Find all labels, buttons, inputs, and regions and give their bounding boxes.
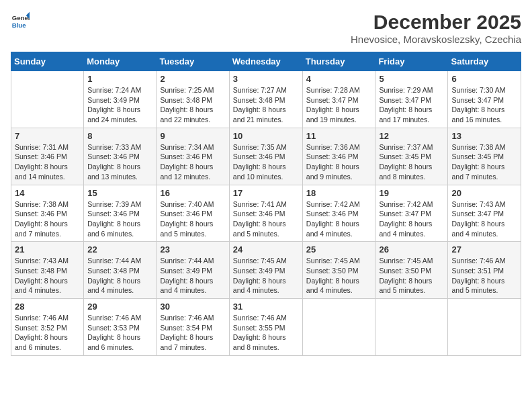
day-number: 9 bbox=[160, 131, 225, 141]
day-number: 14 bbox=[15, 188, 80, 198]
table-row bbox=[448, 299, 521, 356]
day-info: Sunrise: 7:46 AM Sunset: 3:51 PM Dayligh… bbox=[451, 256, 517, 295]
logo: General Blue bbox=[11, 11, 30, 30]
table-row: 19Sunrise: 7:42 AM Sunset: 3:47 PM Dayli… bbox=[375, 185, 448, 242]
day-info: Sunrise: 7:42 AM Sunset: 3:46 PM Dayligh… bbox=[306, 199, 372, 239]
day-info: Sunrise: 7:34 AM Sunset: 3:46 PM Dayligh… bbox=[160, 142, 225, 182]
day-info: Sunrise: 7:45 AM Sunset: 3:50 PM Dayligh… bbox=[306, 256, 372, 295]
day-info: Sunrise: 7:43 AM Sunset: 3:48 PM Dayligh… bbox=[15, 256, 80, 295]
table-row: 20Sunrise: 7:43 AM Sunset: 3:47 PM Dayli… bbox=[448, 185, 521, 242]
calendar-week-row: 21Sunrise: 7:43 AM Sunset: 3:48 PM Dayli… bbox=[11, 242, 521, 299]
day-info: Sunrise: 7:46 AM Sunset: 3:53 PM Dayligh… bbox=[87, 313, 152, 353]
table-row: 3Sunrise: 7:27 AM Sunset: 3:48 PM Daylig… bbox=[229, 71, 302, 128]
day-info: Sunrise: 7:43 AM Sunset: 3:47 PM Dayligh… bbox=[451, 199, 517, 239]
day-info: Sunrise: 7:41 AM Sunset: 3:46 PM Dayligh… bbox=[233, 199, 299, 239]
table-row: 15Sunrise: 7:39 AM Sunset: 3:46 PM Dayli… bbox=[84, 185, 157, 242]
table-row: 24Sunrise: 7:45 AM Sunset: 3:49 PM Dayli… bbox=[229, 242, 302, 299]
month-title: December 2025 bbox=[351, 11, 521, 34]
day-info: Sunrise: 7:37 AM Sunset: 3:45 PM Dayligh… bbox=[379, 142, 444, 182]
day-number: 31 bbox=[233, 302, 299, 312]
table-row: 16Sunrise: 7:40 AM Sunset: 3:46 PM Dayli… bbox=[157, 185, 229, 242]
calendar-week-row: 7Sunrise: 7:31 AM Sunset: 3:46 PM Daylig… bbox=[11, 128, 521, 185]
day-info: Sunrise: 7:45 AM Sunset: 3:49 PM Dayligh… bbox=[233, 256, 299, 295]
day-number: 6 bbox=[451, 74, 517, 84]
day-number: 2 bbox=[160, 74, 225, 84]
day-info: Sunrise: 7:38 AM Sunset: 3:46 PM Dayligh… bbox=[15, 199, 80, 239]
location-title: Hnevosice, Moravskoslezsky, Czechia bbox=[351, 34, 521, 45]
day-number: 26 bbox=[379, 244, 444, 255]
day-number: 5 bbox=[379, 74, 444, 84]
table-row: 22Sunrise: 7:44 AM Sunset: 3:48 PM Dayli… bbox=[84, 242, 157, 299]
day-number: 28 bbox=[15, 302, 80, 312]
day-info: Sunrise: 7:27 AM Sunset: 3:48 PM Dayligh… bbox=[233, 85, 299, 125]
day-info: Sunrise: 7:44 AM Sunset: 3:48 PM Dayligh… bbox=[87, 256, 152, 295]
calendar-table: Sunday Monday Tuesday Wednesday Thursday… bbox=[11, 52, 521, 356]
table-row: 6Sunrise: 7:30 AM Sunset: 3:47 PM Daylig… bbox=[448, 71, 521, 128]
table-row: 26Sunrise: 7:45 AM Sunset: 3:50 PM Dayli… bbox=[375, 242, 448, 299]
day-number: 21 bbox=[15, 244, 80, 255]
day-info: Sunrise: 7:33 AM Sunset: 3:46 PM Dayligh… bbox=[87, 142, 152, 182]
day-number: 19 bbox=[379, 188, 444, 198]
day-number: 7 bbox=[15, 131, 80, 141]
table-row: 17Sunrise: 7:41 AM Sunset: 3:46 PM Dayli… bbox=[229, 185, 302, 242]
day-number: 11 bbox=[306, 131, 372, 141]
day-number: 27 bbox=[451, 244, 517, 255]
col-monday: Monday bbox=[84, 52, 157, 71]
table-row: 31Sunrise: 7:46 AM Sunset: 3:55 PM Dayli… bbox=[229, 299, 302, 356]
day-number: 13 bbox=[451, 131, 517, 141]
day-number: 30 bbox=[160, 302, 225, 312]
svg-text:Blue: Blue bbox=[12, 21, 26, 29]
table-row: 11Sunrise: 7:36 AM Sunset: 3:46 PM Dayli… bbox=[302, 128, 375, 185]
day-info: Sunrise: 7:44 AM Sunset: 3:49 PM Dayligh… bbox=[160, 256, 225, 295]
day-info: Sunrise: 7:35 AM Sunset: 3:46 PM Dayligh… bbox=[233, 142, 299, 182]
day-info: Sunrise: 7:39 AM Sunset: 3:46 PM Dayligh… bbox=[87, 199, 152, 239]
table-row: 7Sunrise: 7:31 AM Sunset: 3:46 PM Daylig… bbox=[11, 128, 84, 185]
day-number: 18 bbox=[306, 188, 372, 198]
day-info: Sunrise: 7:28 AM Sunset: 3:47 PM Dayligh… bbox=[306, 85, 372, 125]
day-info: Sunrise: 7:46 AM Sunset: 3:52 PM Dayligh… bbox=[15, 313, 80, 353]
table-row: 5Sunrise: 7:29 AM Sunset: 3:47 PM Daylig… bbox=[375, 71, 448, 128]
calendar-week-row: 28Sunrise: 7:46 AM Sunset: 3:52 PM Dayli… bbox=[11, 299, 521, 356]
col-thursday: Thursday bbox=[302, 52, 375, 71]
table-row: 1Sunrise: 7:24 AM Sunset: 3:49 PM Daylig… bbox=[84, 71, 157, 128]
calendar-week-row: 1Sunrise: 7:24 AM Sunset: 3:49 PM Daylig… bbox=[11, 71, 521, 128]
table-row: 4Sunrise: 7:28 AM Sunset: 3:47 PM Daylig… bbox=[302, 71, 375, 128]
day-info: Sunrise: 7:25 AM Sunset: 3:48 PM Dayligh… bbox=[160, 85, 225, 125]
day-number: 16 bbox=[160, 188, 225, 198]
day-number: 15 bbox=[87, 188, 152, 198]
day-info: Sunrise: 7:30 AM Sunset: 3:47 PM Dayligh… bbox=[451, 85, 517, 125]
day-number: 4 bbox=[306, 74, 372, 84]
day-info: Sunrise: 7:46 AM Sunset: 3:55 PM Dayligh… bbox=[233, 313, 299, 353]
day-number: 10 bbox=[233, 131, 299, 141]
table-row: 8Sunrise: 7:33 AM Sunset: 3:46 PM Daylig… bbox=[84, 128, 157, 185]
calendar-week-row: 14Sunrise: 7:38 AM Sunset: 3:46 PM Dayli… bbox=[11, 185, 521, 242]
table-row: 27Sunrise: 7:46 AM Sunset: 3:51 PM Dayli… bbox=[448, 242, 521, 299]
day-number: 3 bbox=[233, 74, 299, 84]
table-row: 25Sunrise: 7:45 AM Sunset: 3:50 PM Dayli… bbox=[302, 242, 375, 299]
day-number: 24 bbox=[233, 244, 299, 255]
day-number: 8 bbox=[87, 131, 152, 141]
calendar-header-row: Sunday Monday Tuesday Wednesday Thursday… bbox=[11, 52, 521, 71]
col-friday: Friday bbox=[375, 52, 448, 71]
table-row: 21Sunrise: 7:43 AM Sunset: 3:48 PM Dayli… bbox=[11, 242, 84, 299]
day-info: Sunrise: 7:29 AM Sunset: 3:47 PM Dayligh… bbox=[379, 85, 444, 125]
day-number: 20 bbox=[451, 188, 517, 198]
day-info: Sunrise: 7:45 AM Sunset: 3:50 PM Dayligh… bbox=[379, 256, 444, 295]
col-saturday: Saturday bbox=[448, 52, 521, 71]
table-row: 10Sunrise: 7:35 AM Sunset: 3:46 PM Dayli… bbox=[229, 128, 302, 185]
table-row bbox=[375, 299, 448, 356]
day-number: 23 bbox=[160, 244, 225, 255]
day-number: 29 bbox=[87, 302, 152, 312]
table-row: 29Sunrise: 7:46 AM Sunset: 3:53 PM Dayli… bbox=[84, 299, 157, 356]
day-number: 25 bbox=[306, 244, 372, 255]
col-sunday: Sunday bbox=[11, 52, 84, 71]
day-info: Sunrise: 7:24 AM Sunset: 3:49 PM Dayligh… bbox=[87, 85, 152, 125]
table-row: 23Sunrise: 7:44 AM Sunset: 3:49 PM Dayli… bbox=[157, 242, 229, 299]
page-container: General Blue December 2025 Hnevosice, Mo… bbox=[0, 0, 532, 411]
table-row bbox=[11, 71, 84, 128]
day-info: Sunrise: 7:42 AM Sunset: 3:47 PM Dayligh… bbox=[379, 199, 444, 239]
day-number: 17 bbox=[233, 188, 299, 198]
table-row: 12Sunrise: 7:37 AM Sunset: 3:45 PM Dayli… bbox=[375, 128, 448, 185]
table-row: 2Sunrise: 7:25 AM Sunset: 3:48 PM Daylig… bbox=[157, 71, 229, 128]
day-info: Sunrise: 7:31 AM Sunset: 3:46 PM Dayligh… bbox=[15, 142, 80, 182]
